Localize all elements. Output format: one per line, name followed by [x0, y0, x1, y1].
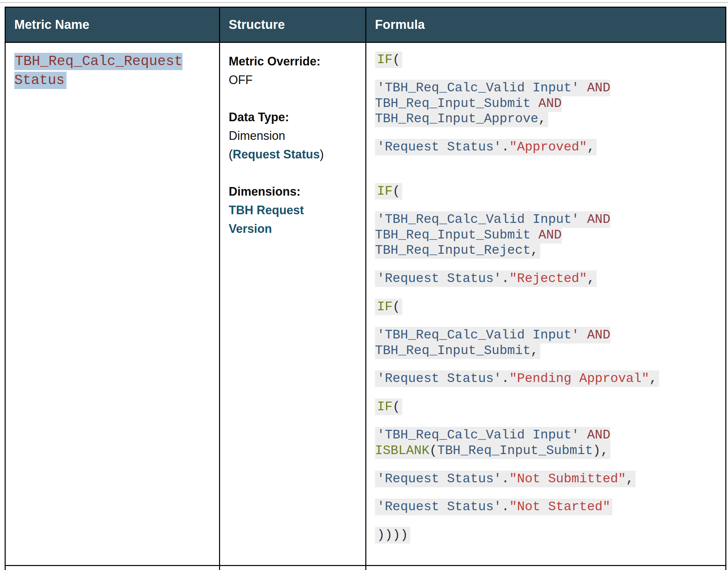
code-token: TBH_Req_Input_Reject — [375, 243, 531, 258]
code-token: TBH_Req_Input_Submit — [375, 343, 531, 358]
structure-line: TBH Request Version — [229, 201, 342, 238]
code-token: IF — [377, 399, 393, 414]
code-token: . — [501, 472, 509, 486]
code-chunk: 'Request Status'."Approved", — [375, 139, 597, 156]
metric-name-cell: TBH_Req_Calc_Request Status — [5, 42, 220, 566]
code-token: 'Request Status' — [377, 371, 501, 386]
code-token: AND — [587, 212, 610, 227]
metric-name-text[interactable]: TBH_Req_Calc_Request Status — [14, 53, 182, 89]
code-token: 'TBH_Req_Calc_Valid Input' — [377, 428, 579, 443]
code-token: 'Request Status' — [377, 140, 501, 155]
formula-paragraph: 'Request Status'."Not Submitted", — [375, 471, 717, 487]
code-chunk: 'Request Status'."Not Submitted", — [375, 471, 635, 487]
column-header-metric-name: Metric Name — [5, 7, 220, 42]
structure-group: Data Type:Dimension(Request Status) — [229, 108, 357, 164]
formula-cell-content: IF('TBH_Req_Calc_Valid Input' AND TBH_Re… — [375, 52, 717, 543]
code-token: "Pending Approval" — [509, 371, 649, 386]
code-token: , — [587, 271, 595, 286]
code-token: TBH_Req_Input_Submit — [375, 96, 531, 111]
code-token: "Not Started" — [509, 500, 610, 514]
code-token: TBH_Req_Input_Submit — [437, 444, 593, 458]
code-token: ( — [393, 52, 400, 67]
formula-paragraph: IF( — [375, 184, 717, 199]
metric-definition-table: Metric Name Structure Formula TBH_Req_Ca… — [5, 7, 726, 570]
code-token: "Approved" — [509, 140, 587, 155]
code-token: 'TBH_Req_Calc_Valid Input' — [377, 81, 579, 95]
code-token: . — [501, 371, 509, 386]
structure-line: OFF — [229, 71, 357, 89]
structure-link[interactable]: Request Status — [233, 148, 320, 161]
formula-paragraph: IF( — [375, 52, 717, 68]
code-token: IF — [377, 300, 393, 314]
code-token: TBH_Req_Input_Submit — [375, 228, 531, 243]
next-row-formula-cell — [366, 565, 726, 570]
code-token: IF — [377, 52, 393, 67]
formula-paragraph: IF( — [375, 299, 717, 315]
code-token: , — [531, 343, 538, 358]
code-token: , — [531, 243, 538, 258]
code-token: , — [538, 111, 546, 126]
code-token: . — [501, 500, 509, 514]
code-chunk: )))) — [375, 527, 410, 543]
code-chunk: 'Request Status'."Not Started" — [375, 499, 612, 515]
document-body: Metric Name Structure Formula TBH_Req_Ca… — [5, 7, 725, 570]
code-chunk: IF( — [375, 299, 402, 315]
code-token: "Not Submitted" — [509, 472, 626, 486]
code-token: AND — [587, 81, 610, 95]
code-token: ), — [593, 444, 608, 458]
code-token: , — [587, 140, 595, 155]
code-token: , — [649, 371, 657, 386]
code-chunk: 'Request Status'."Rejected", — [375, 270, 597, 287]
code-token: 'Request Status' — [377, 271, 501, 286]
code-token: AND — [587, 428, 610, 443]
next-row-metric-name-cell — [5, 565, 220, 570]
structure-label: Dimensions: — [229, 182, 357, 201]
code-token: ( — [393, 300, 400, 314]
code-token — [579, 81, 587, 95]
page-top-border — [0, 2, 728, 3]
code-chunk: 'TBH_Req_Calc_Valid Input' AND TBH_Req_I… — [375, 80, 610, 127]
code-chunk: 'TBH_Req_Calc_Valid Input' AND TBH_Req_I… — [375, 211, 610, 259]
code-token: AND — [538, 96, 561, 111]
structure-cell: Metric Override:OFFData Type:Dimension(R… — [220, 42, 366, 566]
formula-paragraph: IF( — [375, 399, 717, 415]
code-token: ( — [429, 444, 437, 458]
code-token: 'TBH_Req_Calc_Valid Input' — [377, 328, 579, 342]
code-token — [531, 228, 538, 243]
code-token: ( — [393, 184, 400, 199]
code-token: AND — [538, 228, 561, 243]
structure-line: (Request Status) — [229, 145, 357, 164]
code-token: "Rejected" — [509, 271, 587, 286]
code-chunk: IF( — [375, 183, 402, 200]
code-token: . — [501, 271, 509, 286]
code-token: TBH_Req_Input_Approve — [375, 111, 538, 126]
table-header-row: Metric Name Structure Formula — [5, 7, 726, 42]
code-token: . — [501, 140, 509, 155]
code-token — [579, 328, 587, 342]
code-chunk: 'Request Status'."Pending Approval", — [375, 370, 659, 387]
code-token: 'Request Status' — [377, 472, 501, 486]
code-token: 'TBH_Req_Calc_Valid Input' — [377, 212, 579, 227]
code-chunk: 'TBH_Req_Calc_Valid Input' AND ISBLANK(T… — [375, 427, 610, 459]
code-token: IF — [377, 184, 393, 199]
structure-text: OFF — [229, 73, 253, 87]
structure-text: Dimension — [229, 129, 285, 142]
structure-link[interactable]: TBH Request Version — [229, 203, 304, 236]
structure-label: Data Type: — [229, 108, 357, 126]
formula-paragraph: 'Request Status'."Pending Approval", — [375, 371, 717, 387]
structure-cell-content: Metric Override:OFFData Type:Dimension(R… — [229, 52, 357, 238]
next-table-row-partial — [5, 565, 726, 570]
code-token: ( — [393, 399, 400, 414]
formula-paragraph: 'TBH_Req_Calc_Valid Input' AND ISBLANK(T… — [375, 428, 717, 459]
table-row: TBH_Req_Calc_Request Status Metric Overr… — [5, 42, 726, 566]
formula-paragraph: 'TBH_Req_Calc_Valid Input' AND TBH_Req_I… — [375, 212, 717, 258]
code-token — [579, 428, 587, 443]
code-chunk: IF( — [375, 51, 402, 68]
structure-group: Dimensions:TBH Request Version — [229, 182, 357, 238]
code-token: AND — [587, 328, 610, 342]
code-token: )))) — [377, 528, 408, 542]
structure-line: Dimension — [229, 126, 357, 145]
next-row-structure-cell — [220, 565, 366, 570]
code-token — [579, 212, 587, 227]
formula-cell: IF('TBH_Req_Calc_Valid Input' AND TBH_Re… — [366, 42, 726, 566]
